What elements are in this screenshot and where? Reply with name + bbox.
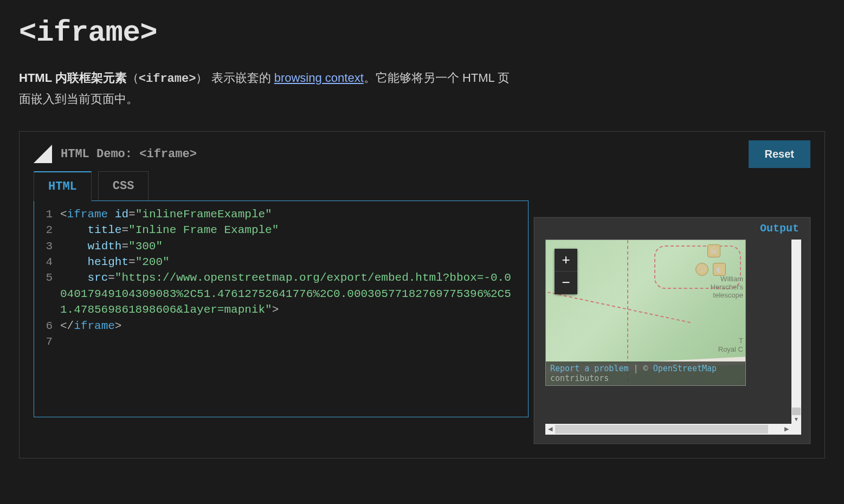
scrollbar-thumb[interactable] bbox=[792, 408, 801, 415]
code-editor[interactable]: 1 <iframe id="inlineFrameExample" 2 titl… bbox=[34, 201, 529, 417]
reset-button[interactable]: Reset bbox=[749, 140, 810, 168]
zoom-in-button[interactable]: + bbox=[555, 249, 577, 272]
scroll-down-icon[interactable]: ▼ bbox=[791, 415, 801, 424]
browsing-context-link[interactable]: browsing context bbox=[274, 71, 364, 85]
code-line: src="https://www.openstreetmap.org/expor… bbox=[60, 270, 528, 318]
demo-container: HTML Demo: <iframe> Reset HTML CSS 1 <if… bbox=[19, 131, 825, 458]
info-icon: ⓘ bbox=[695, 263, 708, 276]
demo-title: HTML Demo: <iframe> bbox=[61, 147, 197, 161]
intro-paragraph: HTML 内联框架元素（<iframe>） 表示嵌套的 browsing con… bbox=[19, 68, 518, 109]
line-number: 3 bbox=[34, 238, 60, 254]
page-title: <iframe> bbox=[19, 16, 825, 49]
line-number: 1 bbox=[34, 206, 60, 222]
line-number: 6 bbox=[34, 318, 60, 334]
map-poi-label: William Herschel's telescope bbox=[700, 275, 743, 299]
vertical-scrollbar[interactable]: ▼ bbox=[791, 240, 801, 424]
scrollbar-thumb[interactable] bbox=[555, 425, 768, 434]
scroll-left-icon[interactable]: ◀ bbox=[545, 425, 555, 432]
line-number: 4 bbox=[34, 254, 60, 270]
code-line: </iframe> bbox=[60, 318, 132, 334]
tab-css[interactable]: CSS bbox=[98, 171, 149, 201]
map-iframe[interactable]: + − 🏛 ⓘ ◐ William Herschel's telescope T… bbox=[545, 240, 746, 386]
contributors-text: contributors bbox=[550, 373, 609, 383]
demo-logo-icon bbox=[34, 145, 52, 163]
editor-tabs: HTML CSS bbox=[34, 171, 810, 201]
code-line: <iframe id="inlineFrameExample" bbox=[60, 206, 283, 222]
report-problem-link[interactable]: Report a problem bbox=[550, 364, 629, 373]
code-line: width="300" bbox=[60, 238, 173, 254]
demo-header: HTML Demo: <iframe> Reset bbox=[34, 140, 810, 168]
output-viewport[interactable]: + − 🏛 ⓘ ◐ William Herschel's telescope T… bbox=[545, 240, 801, 435]
museum-icon: 🏛 bbox=[707, 244, 720, 257]
code-line bbox=[60, 334, 71, 350]
output-panel: Output + − 🏛 ⓘ ◐ William Herschel's tele… bbox=[534, 217, 810, 444]
intro-paren-close: ） bbox=[196, 71, 208, 85]
map-attribution: Report a problem | © OpenStreetMapcontri… bbox=[546, 361, 745, 385]
osm-link[interactable]: OpenStreetMap bbox=[653, 364, 717, 373]
line-number: 5 bbox=[34, 270, 60, 318]
dome-icon: ◐ bbox=[713, 263, 726, 276]
code-line: title="Inline Frame Example" bbox=[60, 222, 289, 238]
scrollbar-corner bbox=[791, 424, 801, 435]
attribution-separator: | © bbox=[629, 364, 653, 373]
intro-code: <iframe> bbox=[139, 72, 196, 86]
tab-html[interactable]: HTML bbox=[34, 171, 92, 201]
map-poi-label: T bbox=[739, 337, 743, 345]
zoom-controls: + − bbox=[555, 249, 577, 294]
zoom-out-button[interactable]: − bbox=[555, 272, 577, 294]
horizontal-scrollbar[interactable]: ◀ ▶ bbox=[545, 424, 791, 435]
scroll-right-icon[interactable]: ▶ bbox=[782, 425, 791, 432]
output-label: Output bbox=[760, 222, 799, 235]
map-poi-label: Royal C bbox=[718, 345, 743, 353]
intro-part1: 表示嵌套的 bbox=[211, 71, 274, 85]
intro-bold: HTML 内联框架元素 bbox=[19, 71, 127, 85]
line-number: 7 bbox=[34, 334, 60, 350]
code-line: height="200" bbox=[60, 254, 181, 270]
intro-paren-open: （ bbox=[127, 71, 139, 85]
line-number: 2 bbox=[34, 222, 60, 238]
